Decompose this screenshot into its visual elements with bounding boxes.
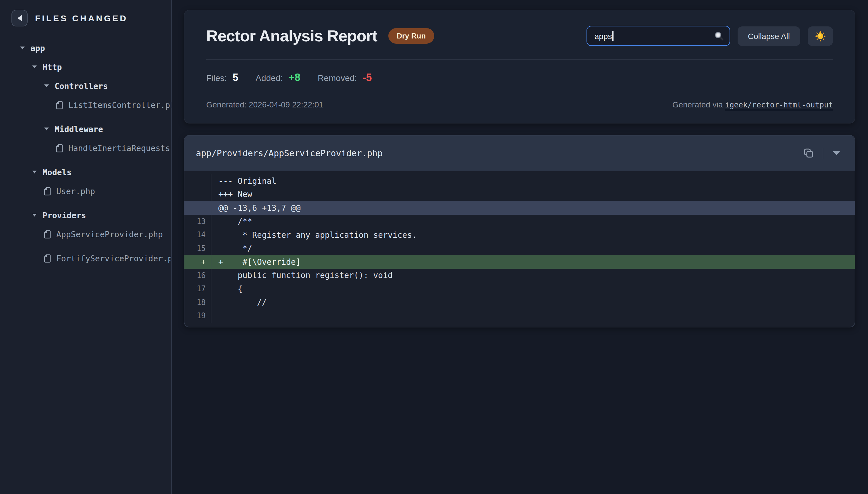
generator-link[interactable]: igeek/rector-html-output bbox=[725, 100, 833, 109]
diff-line-number: 19 bbox=[185, 309, 211, 323]
diff-line-content bbox=[211, 309, 855, 323]
caret-down-icon bbox=[32, 65, 37, 69]
generated-via-prefix: Generated via bbox=[672, 100, 723, 109]
diff-line-content: * Register any application services. bbox=[211, 228, 855, 242]
diff-body: --- Original+++ New@@ -13,6 +13,7 @@13 /… bbox=[185, 171, 855, 326]
diff-row: 13 /** bbox=[185, 214, 855, 228]
generated-timestamp: Generated: 2026-04-09 22:22:01 bbox=[206, 100, 323, 109]
report-header-card: Rector Analysis Report Dry Run apps bbox=[184, 10, 855, 124]
caret-down-icon bbox=[32, 213, 37, 217]
diff-panel-header[interactable]: app/Providers/AppServiceProvider.php bbox=[185, 136, 855, 171]
sidebar-title: FILES CHANGED bbox=[35, 13, 128, 23]
tree-label: app bbox=[31, 43, 45, 53]
diff-line-content: @@ -13,6 +13,7 @@ bbox=[211, 201, 855, 214]
collapse-all-button[interactable]: Collapse All bbox=[738, 26, 800, 46]
tree-file[interactable]: User.php bbox=[0, 185, 171, 197]
dry-run-badge: Dry Run bbox=[388, 28, 434, 44]
diff-panel: app/Providers/AppServiceProvider.php bbox=[184, 135, 855, 327]
tree-folder[interactable]: app bbox=[0, 42, 171, 54]
panel-collapse-button[interactable] bbox=[831, 149, 842, 157]
search-input[interactable]: apps bbox=[586, 26, 730, 46]
tree-folder[interactable]: Http bbox=[0, 61, 171, 73]
theme-toggle-button[interactable] bbox=[808, 26, 833, 46]
tree-folder[interactable]: Controllers bbox=[0, 80, 171, 92]
tree-label: User.php bbox=[56, 186, 95, 195]
copy-icon bbox=[803, 148, 814, 158]
diff-line-number: 14 bbox=[185, 228, 211, 242]
diff-row: 19 bbox=[185, 309, 855, 323]
diff-line-number bbox=[185, 201, 211, 214]
chevron-down-icon bbox=[832, 151, 841, 156]
stat-files-value: 5 bbox=[233, 72, 238, 84]
tree-folder[interactable]: Middleware bbox=[0, 123, 171, 135]
stat-added-label: Added: bbox=[256, 73, 283, 83]
search-value: apps bbox=[595, 31, 612, 40]
tree-label: Http bbox=[42, 62, 62, 72]
diff-row: ++ #[\Override] bbox=[185, 255, 855, 268]
stat-files-label: Files: bbox=[206, 73, 227, 83]
sun-icon bbox=[814, 30, 826, 42]
stat-added-value: +8 bbox=[289, 72, 301, 84]
diff-line-number bbox=[185, 174, 211, 188]
page-title: Rector Analysis Report bbox=[206, 27, 377, 45]
stat-removed-label: Removed: bbox=[318, 73, 357, 83]
magnifier-icon bbox=[714, 31, 724, 41]
title-row: Rector Analysis Report Dry Run apps bbox=[206, 26, 833, 46]
diff-header-actions bbox=[802, 147, 842, 160]
tree-file[interactable]: FortifyServiceProvider.php bbox=[0, 252, 171, 264]
diff-line-content: { bbox=[211, 282, 855, 296]
tree-label: AppServiceProvider.php bbox=[56, 229, 163, 239]
file-tree: appHttpControllersListItemsController.ph… bbox=[0, 42, 171, 264]
tree-folder[interactable]: Models bbox=[0, 166, 171, 178]
tree-label: Providers bbox=[42, 210, 86, 220]
diff-line-content: */ bbox=[211, 242, 855, 255]
diff-line-number: 18 bbox=[185, 296, 211, 309]
diff-row: 15 */ bbox=[185, 242, 855, 255]
diff-line-content: // bbox=[211, 296, 855, 309]
diff-line-number bbox=[185, 188, 211, 201]
diff-row: 18 // bbox=[185, 296, 855, 309]
caret-down-icon bbox=[32, 170, 37, 174]
diff-row: 14 * Register any application services. bbox=[185, 228, 855, 242]
tree-label: FortifyServiceProvider.php bbox=[56, 253, 172, 263]
app-window: FILES CHANGED appHttpControllersListItem… bbox=[0, 0, 868, 494]
file-icon bbox=[44, 186, 51, 195]
diff-line-content: + #[\Override] bbox=[211, 255, 855, 268]
copy-button[interactable] bbox=[802, 147, 815, 160]
caret-down-icon bbox=[44, 84, 50, 88]
header-divider bbox=[206, 59, 833, 60]
file-icon bbox=[44, 253, 51, 263]
diff-row: 16 public function register(): void bbox=[185, 268, 855, 282]
caret-down-icon bbox=[20, 46, 25, 50]
generated-via: Generated via igeek/rector-html-output bbox=[672, 100, 833, 109]
tree-label: Models bbox=[42, 168, 72, 177]
sidebar: FILES CHANGED appHttpControllersListItem… bbox=[0, 0, 172, 494]
stat-files: Files: 5 bbox=[206, 72, 238, 84]
text-cursor bbox=[612, 31, 613, 41]
diff-line-number: 15 bbox=[185, 242, 211, 255]
stat-added: Added: +8 bbox=[256, 72, 301, 84]
sidebar-collapse-button[interactable] bbox=[12, 10, 27, 26]
diff-row: @@ -13,6 +13,7 @@ bbox=[185, 201, 855, 214]
stat-removed-value: -5 bbox=[363, 72, 372, 84]
tree-label: Middleware bbox=[55, 125, 103, 134]
tree-file[interactable]: ListItemsController.php bbox=[0, 99, 171, 111]
tree-label: Controllers bbox=[55, 81, 108, 91]
diff-row: 17 { bbox=[185, 282, 855, 296]
sidebar-header: FILES CHANGED bbox=[0, 0, 171, 26]
tree-label: HandleInertiaRequests.php bbox=[69, 143, 172, 152]
tree-file[interactable]: HandleInertiaRequests.php bbox=[0, 142, 171, 154]
diff-line-number: 17 bbox=[185, 282, 211, 296]
diff-line-content: /** bbox=[211, 214, 855, 228]
diff-line-number: 13 bbox=[185, 214, 211, 228]
diff-row: +++ New bbox=[185, 188, 855, 201]
caret-down-icon bbox=[44, 127, 50, 131]
generated-row: Generated: 2026-04-09 22:22:01 Generated… bbox=[206, 100, 833, 109]
file-icon bbox=[56, 100, 63, 110]
tree-folder[interactable]: Providers bbox=[0, 209, 171, 221]
tree-file[interactable]: AppServiceProvider.php bbox=[0, 228, 171, 240]
stat-removed: Removed: -5 bbox=[318, 72, 372, 84]
file-icon bbox=[44, 229, 51, 239]
header-actions: apps Collapse All bbox=[586, 26, 833, 46]
diff-line-number: 16 bbox=[185, 268, 211, 282]
